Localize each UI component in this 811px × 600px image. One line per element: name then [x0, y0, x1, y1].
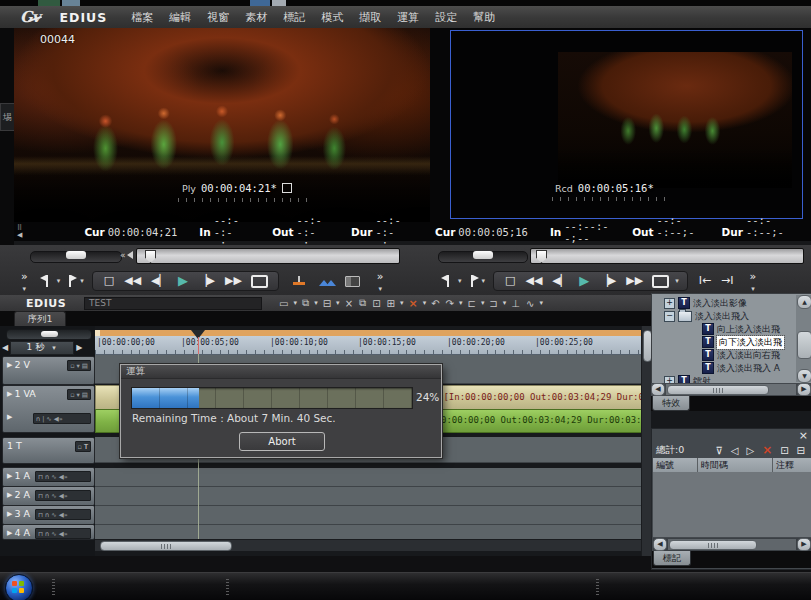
menu-marker[interactable]: 標記: [275, 7, 313, 28]
out-point-dropdown[interactable]: ▾: [78, 277, 86, 285]
column-timecode[interactable]: 時間碼: [698, 458, 773, 472]
effect-item[interactable]: + T 淡入淡出影像: [664, 297, 747, 309]
effect-item[interactable]: T 淡入淡出向右飛: [702, 349, 780, 361]
close-icon[interactable]: ×: [799, 431, 808, 441]
menu-edit[interactable]: 編輯: [161, 7, 199, 28]
open-project-icon[interactable]: ⧉: [299, 297, 312, 309]
in-point-dropdown[interactable]: ▾: [55, 277, 63, 285]
add-marker-icon[interactable]: ⊽: [711, 445, 726, 456]
side-panel-tab[interactable]: 埸: [0, 103, 15, 131]
menu-file[interactable]: 檔案: [123, 7, 161, 28]
timeline-scale-select[interactable]: 1 秒 ▾: [10, 341, 74, 355]
redo-icon[interactable]: ↷: [443, 298, 457, 309]
set-out-point-button[interactable]: [69, 275, 71, 287]
track-header-2v[interactable]: ▶ 2 V ▫▾▤: [2, 356, 95, 385]
player-position-handle[interactable]: [145, 250, 156, 263]
track-header-4a[interactable]: ▶ 4 A ⊓n∿◀»: [2, 524, 95, 540]
effect-item[interactable]: T 向上淡入淡出飛: [702, 323, 780, 335]
undo-icon[interactable]: ↶: [428, 298, 442, 309]
set-in-point-button[interactable]: [447, 275, 449, 287]
track-expand-arrow[interactable]: ▶: [7, 491, 12, 499]
timeline-horizontal-scrollbar[interactable]: [95, 539, 641, 551]
dropdown-icon[interactable]: ▾: [334, 299, 342, 307]
column-number[interactable]: 編號: [653, 458, 698, 472]
rewind-button[interactable]: ◀◀: [520, 273, 547, 289]
effects-horizontal-scrollbar[interactable]: ◀ ▶: [651, 383, 811, 396]
player-more-buttons[interactable]: » ▾: [16, 269, 33, 293]
expand-plus-icon[interactable]: +: [664, 298, 675, 309]
previous-marker-icon[interactable]: ◁: [727, 445, 743, 456]
cut-icon[interactable]: ×: [342, 298, 356, 309]
set-out-point-button[interactable]: [471, 275, 473, 287]
taskband-grip[interactable]: [226, 579, 229, 595]
track-row-3a[interactable]: [95, 506, 641, 525]
quicklaunch-grip[interactable]: [52, 579, 55, 595]
timeline-zoom-slider[interactable]: [6, 329, 92, 340]
recorder-shuttle-slider[interactable]: [438, 251, 528, 263]
recorder-shuttle-handle[interactable]: [473, 251, 493, 259]
player-position-slider[interactable]: [136, 248, 400, 264]
mode-toggle-button[interactable]: [345, 276, 360, 287]
track-row-1a[interactable]: [95, 468, 641, 487]
track-header-1t[interactable]: 1 T ▫T: [2, 437, 95, 464]
effect-item-selected[interactable]: T 向下淡入淡出飛: [702, 336, 784, 348]
track-expand-arrow[interactable]: ▶: [7, 529, 12, 537]
tab-effects[interactable]: 特效: [652, 396, 690, 411]
go-to-in-button[interactable]: I←: [694, 273, 716, 289]
track-header-2a[interactable]: ▶ 2 A ⊓n∿◀»: [2, 486, 95, 506]
project-name-field[interactable]: TEST: [84, 297, 262, 310]
menu-settings[interactable]: 設定: [427, 7, 465, 28]
track-1t-icons[interactable]: ▫T: [75, 441, 91, 452]
start-button[interactable]: [5, 574, 33, 600]
track-expand-arrow[interactable]: ▶: [7, 361, 12, 369]
scroll-right-button[interactable]: ▶: [797, 538, 811, 551]
scroll-left-button[interactable]: ◀: [651, 383, 665, 396]
track-row-4a[interactable]: [95, 525, 641, 540]
marker-table-body[interactable]: [653, 472, 811, 537]
track-audio-icons[interactable]: ⊓n∿◀»: [35, 490, 91, 501]
marker-horizontal-scrollbar[interactable]: ◀ ▶: [653, 538, 811, 551]
loop-playback-button[interactable]: [652, 275, 669, 288]
scroll-left-button[interactable]: ◀: [653, 538, 667, 551]
track-audio-icons[interactable]: ⊓n∿◀»: [35, 471, 91, 482]
zoom-left-arrow[interactable]: ◀: [2, 343, 8, 352]
dropdown-icon[interactable]: ▾: [479, 299, 487, 307]
paste-icon[interactable]: ⊞: [384, 298, 398, 309]
stop-button[interactable]: □: [99, 273, 119, 289]
scrollbar-thumb[interactable]: [797, 331, 811, 359]
scrollbar-thumb[interactable]: [100, 541, 232, 551]
menu-mode[interactable]: 模式: [313, 7, 351, 28]
recorder-position-slider[interactable]: [530, 248, 804, 264]
track-audio-icons[interactable]: ⊓n∿◀»: [35, 528, 91, 539]
duplicate-icon[interactable]: ⊡: [369, 298, 383, 309]
next-frame-button[interactable]: ▕▶: [193, 273, 220, 289]
scroll-up-button[interactable]: ▲: [797, 295, 811, 309]
previous-frame-button[interactable]: ◀▏: [146, 273, 173, 289]
recorder-extra-buttons[interactable]: » ▾: [745, 269, 762, 293]
timeline-ruler[interactable]: |00:00:00;00 |00:00:05;00 |00:00:10;00 |…: [95, 336, 641, 355]
recorder-video[interactable]: [558, 52, 792, 188]
menu-help[interactable]: 幫助: [465, 7, 503, 28]
trim-in-icon[interactable]: ⊥: [508, 298, 523, 309]
loop-playback-button[interactable]: [251, 275, 268, 288]
next-frame-button[interactable]: ▕▶: [594, 273, 621, 289]
in-point-dropdown[interactable]: ▾: [456, 277, 464, 285]
effect-item[interactable]: T 淡入淡出飛入 A: [702, 362, 780, 374]
next-marker-icon[interactable]: ▷: [742, 445, 758, 456]
rewind-button[interactable]: ◀◀: [119, 273, 146, 289]
abort-button[interactable]: Abort: [239, 432, 325, 451]
track-row-2a[interactable]: [95, 487, 641, 506]
play-button[interactable]: ▶: [574, 273, 594, 289]
effects-vertical-scrollbar[interactable]: ▲ ▼: [796, 295, 811, 382]
dropdown-icon[interactable]: ▾: [501, 299, 509, 307]
play-button[interactable]: ▶: [173, 273, 193, 289]
add-cut-point-button[interactable]: [319, 276, 333, 286]
delete-icon[interactable]: ×: [405, 297, 420, 310]
dialog-title-bar[interactable]: 運算: [121, 365, 441, 379]
track-2v-icons[interactable]: ▫▾▤: [67, 360, 91, 371]
save-marker-icon[interactable]: ⊟: [793, 445, 809, 456]
scroll-right-button[interactable]: ▶: [797, 383, 811, 396]
out-point-dropdown[interactable]: ▾: [480, 277, 488, 285]
track-sub-arrow[interactable]: ▶: [7, 413, 12, 421]
dropdown-icon[interactable]: ▾: [398, 299, 406, 307]
